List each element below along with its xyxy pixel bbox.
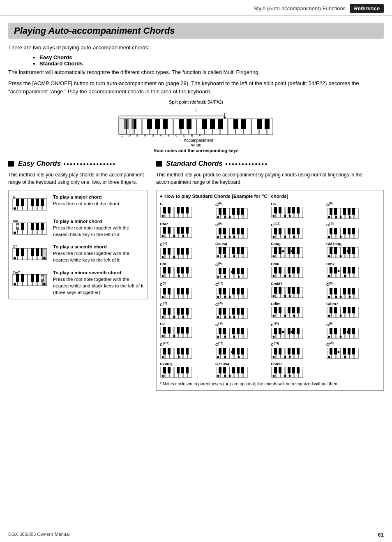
svg-rect-380 bbox=[223, 288, 226, 294]
standard-chords-heading: Standard Chords ●●●●●●●●●●●●● bbox=[156, 160, 384, 168]
svg-rect-60 bbox=[16, 199, 19, 206]
svg-rect-580 bbox=[292, 348, 295, 354]
svg-rect-579 bbox=[288, 348, 291, 354]
svg-rect-379 bbox=[219, 288, 221, 294]
svg-point-430 bbox=[162, 316, 164, 318]
chord-cell: C(9) bbox=[326, 282, 380, 299]
svg-rect-307 bbox=[186, 267, 189, 273]
svg-rect-273 bbox=[274, 247, 277, 254]
main-content: There are two ways of playing auto-accom… bbox=[0, 44, 392, 391]
svg-point-399 bbox=[273, 295, 275, 297]
svg-rect-440 bbox=[219, 308, 221, 315]
chord-cell-label: Csus2 bbox=[271, 362, 283, 366]
svg-point-249 bbox=[164, 251, 166, 253]
svg-rect-46 bbox=[265, 119, 270, 129]
svg-rect-595 bbox=[343, 348, 346, 354]
svg-rect-186 bbox=[186, 227, 189, 234]
chord-cell: C(b9) bbox=[271, 342, 325, 359]
svg-point-310 bbox=[178, 275, 180, 277]
svg-rect-532 bbox=[334, 328, 337, 334]
chord-cell-label: Cdim bbox=[271, 302, 281, 306]
chord-cell: C(-5) bbox=[215, 302, 269, 320]
svg-rect-427 bbox=[177, 308, 180, 315]
svg-text:Cm: Cm bbox=[13, 219, 18, 223]
chord-cell-label: C(-5) bbox=[215, 302, 223, 307]
svg-rect-231 bbox=[343, 228, 346, 234]
svg-rect-625 bbox=[237, 367, 240, 373]
reference-badge: Reference bbox=[350, 4, 384, 13]
svg-point-432 bbox=[182, 316, 184, 318]
svg-point-415 bbox=[335, 296, 337, 298]
chord-cell: C(-5) bbox=[326, 342, 380, 359]
svg-rect-626 bbox=[241, 367, 244, 373]
svg-rect-217 bbox=[297, 228, 300, 234]
svg-rect-28 bbox=[179, 119, 184, 129]
svg-point-371 bbox=[162, 296, 164, 298]
square-icon-std bbox=[156, 161, 162, 167]
svg-rect-107 bbox=[21, 274, 24, 282]
chord-cell: Caug bbox=[271, 242, 325, 259]
svg-text:G: G bbox=[152, 134, 154, 137]
chord-cell: C(9) bbox=[160, 282, 214, 299]
svg-rect-504 bbox=[237, 328, 240, 334]
root-notes-label: Root notes and the corresponding keys bbox=[8, 148, 384, 153]
svg-point-141 bbox=[217, 216, 219, 218]
chord-cell-label: C7 bbox=[160, 322, 165, 326]
svg-rect-230 bbox=[334, 228, 337, 234]
chord-cell: Csus2 bbox=[271, 362, 325, 378]
intro-para: Press the [ACMP ON/OFF] button to turn a… bbox=[8, 79, 384, 95]
svg-rect-641 bbox=[297, 367, 300, 373]
svg-rect-409 bbox=[330, 288, 332, 294]
svg-point-568 bbox=[231, 351, 233, 353]
svg-rect-45 bbox=[257, 119, 262, 129]
svg-rect-290 bbox=[343, 247, 346, 254]
svg-rect-351 bbox=[334, 267, 337, 273]
svg-point-171 bbox=[328, 216, 330, 218]
svg-rect-533 bbox=[343, 328, 346, 334]
chord-text-major: Press the root note of the chord. bbox=[53, 200, 144, 207]
svg-rect-490 bbox=[186, 327, 189, 334]
svg-point-357 bbox=[338, 270, 340, 272]
svg-rect-366 bbox=[163, 288, 166, 294]
svg-point-248 bbox=[162, 256, 164, 258]
chord-cell: Cm bbox=[160, 262, 214, 280]
chord-cell-label: Caug bbox=[271, 242, 281, 246]
easy-chords-heading: Easy Chords ●●●●●●●●●●●●●●●● bbox=[8, 160, 148, 168]
footnote: * Notes enclosed in parentheses ( ● ) ar… bbox=[160, 381, 380, 387]
svg-point-401 bbox=[289, 295, 291, 297]
chord-cell-label: C(#11) bbox=[160, 342, 169, 347]
svg-rect-106 bbox=[16, 274, 19, 282]
svg-point-324 bbox=[224, 276, 226, 278]
svg-rect-637 bbox=[274, 367, 277, 373]
svg-rect-516 bbox=[274, 328, 277, 334]
svg-rect-581 bbox=[297, 348, 300, 354]
chord-cell: C(9) bbox=[215, 202, 269, 220]
svg-rect-352 bbox=[343, 267, 346, 273]
svg-text:C7: C7 bbox=[13, 245, 17, 248]
svg-rect-397 bbox=[292, 287, 295, 294]
svg-point-235 bbox=[340, 236, 342, 238]
svg-point-220 bbox=[284, 236, 286, 238]
svg-rect-137 bbox=[223, 208, 226, 215]
svg-rect-78 bbox=[41, 223, 44, 230]
chord-text-seventh: Press the root note together with the ne… bbox=[53, 250, 144, 263]
svg-rect-258 bbox=[219, 247, 221, 254]
chord-cell: C(11) bbox=[215, 282, 269, 299]
svg-text:B: B bbox=[168, 134, 170, 137]
svg-rect-505 bbox=[241, 328, 244, 334]
svg-point-506 bbox=[217, 336, 219, 338]
chord-cell-label: C(9) bbox=[160, 282, 166, 287]
svg-rect-215 bbox=[288, 228, 291, 234]
svg-rect-259 bbox=[223, 247, 226, 254]
svg-rect-151 bbox=[274, 207, 277, 213]
svg-point-477 bbox=[328, 315, 330, 317]
svg-point-250 bbox=[173, 256, 175, 258]
svg-point-96 bbox=[14, 257, 16, 259]
svg-rect-126 bbox=[181, 207, 184, 213]
svg-point-279 bbox=[282, 250, 284, 252]
header-title: Style (Auto-accompaniment) Functions bbox=[254, 5, 346, 12]
chord-cell-label: Cm7 bbox=[326, 262, 335, 266]
chord-text-minor: Press the root note together with the ne… bbox=[53, 225, 144, 238]
svg-text:A: A bbox=[160, 134, 162, 137]
svg-rect-594 bbox=[334, 348, 337, 354]
